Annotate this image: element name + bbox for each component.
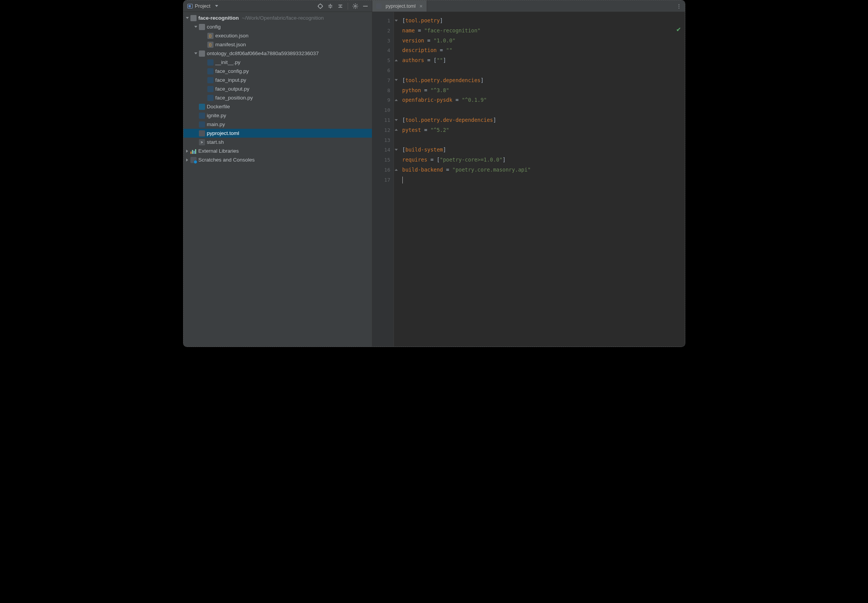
tree-label: config	[207, 24, 221, 30]
docker-icon	[199, 104, 205, 110]
tree-label: manifest.json	[215, 42, 246, 47]
editor-body: 1234567891011121314151617 [tool.poetry]n…	[372, 12, 685, 347]
tree-item[interactable]: face_config.py	[183, 67, 372, 76]
fold-gutter[interactable]	[394, 12, 401, 347]
tree-label: ignite.py	[207, 113, 226, 118]
external-libraries[interactable]: External Libraries	[183, 147, 372, 155]
fold-end-icon[interactable]	[394, 98, 399, 102]
fold-start-icon[interactable]	[394, 147, 399, 152]
project-pane-header: Project	[183, 0, 372, 12]
py-icon	[207, 68, 214, 74]
sh-icon: >	[199, 139, 205, 145]
root-name: face-recognition	[198, 15, 239, 21]
collapse-all-icon[interactable]	[336, 2, 345, 10]
fold-end-icon[interactable]	[394, 128, 399, 132]
scratch-icon	[190, 157, 197, 163]
fold-start-icon[interactable]	[394, 78, 399, 83]
tab-pyproject[interactable]: pyproject.toml ×	[372, 0, 427, 12]
tab-overflow-icon[interactable]: ⋮	[673, 0, 685, 12]
tree-item[interactable]: face_position.py	[183, 93, 372, 102]
code-area[interactable]: [tool.poetry]name = "face-recognition"ve…	[401, 12, 685, 347]
py-icon	[207, 86, 214, 92]
tree-item[interactable]: pyproject.toml	[183, 129, 372, 138]
svg-point-0	[318, 4, 322, 8]
chevron-right-icon[interactable]	[184, 158, 190, 162]
svg-point-1	[354, 5, 356, 7]
tree-label: External Libraries	[198, 148, 239, 154]
editor-tabs: pyproject.toml × ⋮	[372, 0, 685, 12]
fold-end-icon[interactable]	[394, 167, 399, 172]
tree-label: face_config.py	[215, 68, 249, 74]
ide-window: Project	[183, 0, 685, 347]
tree-item[interactable]: face_input.py	[183, 76, 372, 84]
chevron-down-icon[interactable]	[193, 52, 199, 54]
project-selector[interactable]: Project	[187, 3, 218, 9]
py-icon	[207, 59, 214, 66]
close-icon[interactable]: ×	[419, 3, 422, 9]
project-icon	[187, 4, 193, 8]
tree-label: ontology_dc8f06af066e4a7880a593893323603…	[207, 51, 319, 56]
tree-item[interactable]: config	[183, 22, 372, 31]
tree-label: Dockerfile	[207, 104, 230, 109]
separator	[348, 3, 348, 10]
root-path: ~/Work/Openfabric/face-recognition	[242, 15, 324, 21]
tree-label: start.sh	[207, 139, 224, 145]
tree-item[interactable]: {}manifest.json	[183, 40, 372, 49]
toml-icon	[376, 3, 382, 9]
tree-label: face_input.py	[215, 77, 246, 83]
line-number-gutter[interactable]: 1234567891011121314151617	[372, 12, 394, 347]
chevron-right-icon[interactable]	[184, 150, 190, 153]
tree-item[interactable]: main.py	[183, 120, 372, 129]
gear-icon[interactable]	[351, 2, 360, 10]
tab-label: pyproject.toml	[386, 3, 416, 9]
inspection-ok-icon[interactable]: ✔	[676, 26, 681, 33]
py-icon	[199, 121, 205, 128]
library-icon	[190, 148, 197, 154]
json-icon: {}	[207, 42, 214, 48]
tree-label: main.py	[207, 121, 225, 127]
json-icon: {}	[207, 33, 214, 39]
tree-root[interactable]: face-recognition ~/Work/Openfabric/face-…	[183, 13, 372, 22]
folder-icon	[199, 24, 205, 30]
py-icon	[207, 77, 214, 83]
editor-area: pyproject.toml × ⋮ 123456789101112131415…	[372, 0, 685, 347]
folder-icon	[199, 51, 205, 57]
tree-item[interactable]: __init__.py	[183, 58, 372, 67]
chevron-down-icon[interactable]	[184, 17, 190, 19]
folder-icon	[190, 15, 197, 21]
tree-label: __init__.py	[215, 59, 241, 65]
scratches-and-consoles[interactable]: Scratches and Consoles	[183, 155, 372, 164]
fold-end-icon[interactable]	[394, 58, 399, 62]
tree-label: face_position.py	[215, 95, 253, 101]
tree-item[interactable]: ontology_dc8f06af066e4a7880a593893323603…	[183, 49, 372, 58]
fold-start-icon[interactable]	[394, 118, 399, 122]
py-icon	[199, 113, 205, 119]
project-pane-title: Project	[195, 3, 210, 9]
project-tree[interactable]: face-recognition ~/Work/Openfabric/face-…	[183, 12, 372, 347]
py-icon	[207, 95, 214, 101]
tree-label: pyproject.toml	[207, 130, 239, 136]
chevron-down-icon[interactable]	[193, 26, 199, 28]
expand-all-icon[interactable]	[326, 2, 335, 10]
tree-item[interactable]: Dockerfile	[183, 102, 372, 111]
project-pane: Project	[183, 0, 372, 347]
toml-icon	[199, 130, 205, 136]
tree-item[interactable]: >start.sh	[183, 138, 372, 147]
hide-icon[interactable]	[361, 2, 370, 10]
tree-item[interactable]: ignite.py	[183, 111, 372, 120]
fold-start-icon[interactable]	[394, 18, 399, 23]
ide-body: Project	[183, 0, 685, 347]
tree-label: face_output.py	[215, 86, 250, 92]
tree-item[interactable]: face_output.py	[183, 84, 372, 93]
tree-label: Scratches and Consoles	[198, 157, 255, 163]
locate-icon[interactable]	[316, 2, 325, 10]
chevron-down-icon	[215, 5, 218, 7]
tree-item[interactable]: {}execution.json	[183, 31, 372, 40]
tree-label: execution.json	[215, 33, 249, 39]
